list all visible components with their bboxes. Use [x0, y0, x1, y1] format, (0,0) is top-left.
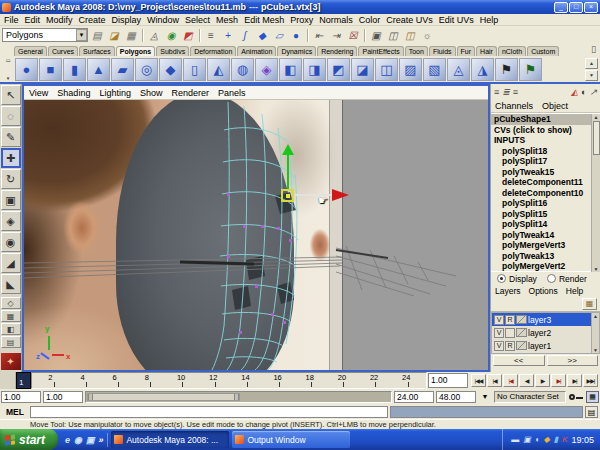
timeline-tick[interactable]: 24 — [390, 373, 422, 388]
shelf-scroll-up-icon[interactable]: ▲ — [585, 58, 598, 69]
poly-torus-icon[interactable]: ◎ — [135, 58, 158, 81]
menu-item[interactable]: Color — [359, 15, 381, 25]
channel-box-menu-item[interactable]: Channels — [495, 101, 533, 111]
rotate-tool-icon[interactable]: ↻ — [1, 169, 21, 189]
snap-to-view-planes-icon[interactable]: ▱ — [271, 28, 287, 43]
quicklaunch-ie-icon[interactable]: e — [65, 435, 70, 445]
layer-list-scrollbar[interactable]: ▲▼ — [591, 313, 599, 353]
play-forwards-button[interactable]: ▶ — [535, 374, 550, 387]
character-set-dropdown-icon[interactable]: ▼ — [478, 391, 492, 403]
close-button[interactable]: × — [584, 2, 598, 13]
poly-pipe-icon[interactable]: ▯ — [183, 58, 206, 81]
layer-name[interactable]: layer2 — [528, 328, 551, 338]
shelf-tab[interactable]: Custom — [527, 46, 559, 56]
timeline-tick[interactable]: 14 — [229, 373, 261, 388]
status-icon[interactable] — [140, 28, 145, 43]
shelf-menu-widget[interactable]: ▭ ▾ — [2, 57, 14, 81]
layer-menu-item[interactable]: Options — [529, 286, 558, 296]
four-pane-layout-button[interactable]: ▦ — [1, 310, 21, 322]
restore-button[interactable]: □ — [569, 2, 583, 13]
save-scene-icon[interactable]: ▦ — [123, 28, 139, 43]
menu-set-selector[interactable]: Polygons ▼ — [2, 28, 88, 42]
panel-menu-item[interactable]: Renderer — [171, 88, 209, 98]
snap-to-points-icon[interactable]: ◆ — [254, 28, 270, 43]
current-frame-indicator[interactable]: 1 — [16, 372, 31, 389]
step-forward-frame-button[interactable]: ▶| — [567, 374, 582, 387]
timeline-tick[interactable]: 8 — [133, 373, 165, 388]
timeline-tick[interactable]: 22 — [358, 373, 390, 388]
channel-stats-icon[interactable]: ≣ — [502, 87, 510, 97]
panel-menu-item[interactable]: View — [29, 88, 48, 98]
poly-tool-icon[interactable]: ◮ — [471, 58, 494, 81]
menu-item[interactable]: Create UVs — [386, 15, 433, 25]
poly-platonic-icon[interactable]: ◈ — [255, 58, 278, 81]
tray-icon-updates[interactable]: ◆ — [544, 435, 550, 444]
shelf-scroll-down-icon[interactable]: ▼ — [585, 70, 598, 81]
channel-input-node[interactable]: polyTweak14 — [491, 230, 600, 241]
playback-start-field[interactable]: 1.00 — [43, 391, 83, 403]
channel-input-node[interactable]: polySplit17 — [491, 156, 600, 167]
dropdown-arrow-icon[interactable]: ▼ — [76, 29, 87, 41]
move-manipulator-y-arrowhead[interactable] — [282, 144, 294, 155]
channel-input-node[interactable]: deleteComponent10 — [491, 188, 600, 199]
snap-to-curves-icon[interactable]: ʃ — [237, 28, 253, 43]
shelf-tab[interactable]: PaintEffects — [358, 46, 403, 56]
new-layer-button[interactable]: ▦ — [582, 298, 597, 310]
timeline-tick[interactable]: 16 — [261, 373, 293, 388]
channel-input-node[interactable]: polySplit18 — [491, 146, 600, 157]
outliner-pane-layout-button[interactable]: ▤ — [1, 336, 21, 348]
layer-row[interactable]: V layer2 — [492, 326, 599, 339]
paint-effects-panel-button[interactable]: ✦ — [1, 353, 21, 370]
menu-item[interactable]: Normals — [319, 15, 353, 25]
channel-settings-icon[interactable]: ≡ — [513, 87, 518, 97]
menu-item[interactable]: Display — [112, 15, 142, 25]
timeline-tick[interactable]: 12 — [197, 373, 229, 388]
channel-input-node[interactable]: polyMergeVert2 — [491, 261, 600, 272]
quicklaunch-expand-icon[interactable]: » — [98, 435, 103, 445]
single-pane-layout-button[interactable]: ◇ — [1, 297, 21, 309]
go-to-start-button[interactable]: |◀◀ — [471, 374, 486, 387]
select-by-component-icon[interactable]: ◩ — [180, 28, 196, 43]
shelf-tab[interactable]: Curves — [48, 46, 78, 56]
snap-menu-icon[interactable]: ≡ — [203, 28, 219, 43]
poly-cube-icon[interactable]: ■ — [39, 58, 62, 81]
script-editor-icon[interactable]: ▤ — [585, 406, 598, 418]
layer-visible-toggle[interactable]: V — [494, 341, 504, 351]
ipr-render-icon[interactable]: ◫ — [402, 28, 418, 43]
poly-tool-icon[interactable]: ▨ — [399, 58, 422, 81]
shelf-tab[interactable]: Subdivs — [156, 46, 189, 56]
layer-color-swatch[interactable] — [516, 341, 527, 350]
shelf-tab[interactable]: Animation — [237, 46, 276, 56]
animation-start-field[interactable]: 1.00 — [1, 391, 41, 403]
panel-menu-item[interactable]: Lighting — [99, 88, 131, 98]
poly-sphere-icon[interactable]: ● — [15, 58, 38, 81]
poly-tool-icon[interactable]: ◫ — [375, 58, 398, 81]
current-time-field[interactable]: 1.00 — [428, 373, 468, 388]
panel-menu-item[interactable]: Panels — [218, 88, 246, 98]
menu-item[interactable]: Edit Mesh — [244, 15, 284, 25]
select-tool-icon[interactable]: ↖ — [1, 85, 21, 105]
shelf-tab[interactable]: Dynamics — [277, 46, 316, 56]
layer-row[interactable]: V R layer3 — [492, 313, 599, 326]
new-scene-icon[interactable]: ▤ — [89, 28, 105, 43]
delete-shelf-item-icon[interactable]: ▯ — [591, 44, 596, 54]
tray-icon-antivirus[interactable]: K — [562, 435, 567, 444]
quicklaunch-media-icon[interactable]: ▣ — [86, 435, 95, 445]
panel-menu-item[interactable]: Show — [140, 88, 163, 98]
channel-input-node[interactable]: deleteComponent11 — [491, 177, 600, 188]
taskbar-task-output-window[interactable]: Output Window — [232, 431, 350, 448]
contrast-icon[interactable]: ◐ — [581, 87, 586, 97]
go-to-end-button[interactable]: ▶▶| — [583, 374, 598, 387]
poly-tool-icon[interactable]: ◬ — [447, 58, 470, 81]
menu-item[interactable]: File — [4, 15, 19, 25]
status-icon[interactable] — [362, 28, 367, 43]
layer-menu-item[interactable]: Layers — [495, 286, 521, 296]
layer-color-swatch[interactable] — [516, 328, 527, 337]
layer-render-toggle[interactable]: R — [505, 341, 515, 351]
shelf-tab[interactable]: nCloth — [498, 46, 526, 56]
channel-input-node[interactable]: polySplit14 — [491, 219, 600, 230]
timeline-tick[interactable]: 2 — [36, 373, 68, 388]
construction-history-icon[interactable]: ☒ — [345, 28, 361, 43]
layer-name[interactable]: layer3 — [528, 315, 551, 325]
make-live-icon[interactable]: ● — [288, 28, 304, 43]
